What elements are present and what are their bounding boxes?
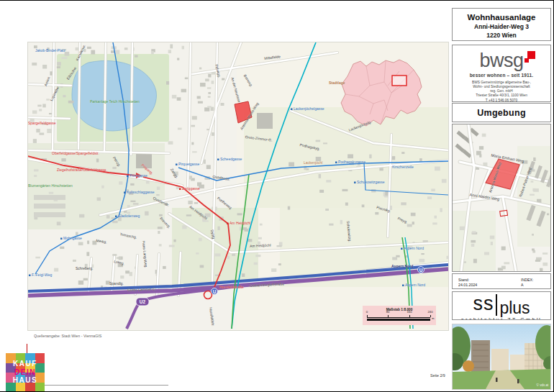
- project-title: Wohnhausanlage: [453, 13, 550, 22]
- index-value: A: [521, 282, 534, 287]
- index-label: INDEX:: [521, 277, 534, 282]
- titleblock-architect: ss plus architektur ZT GmbH: [452, 291, 551, 320]
- map-source-note: Quellenangabe: Stadt Wien - ViennaGIS: [34, 334, 101, 338]
- rendering-thumbnail: © vdx.at: [452, 324, 551, 390]
- stand-cell: Stand: 24.01.2024: [458, 277, 477, 287]
- detail-map: Maria-Emhart-WegAntonia-Weiss-WegRobert-…: [452, 124, 551, 272]
- project-city: 1220 Wien: [453, 32, 550, 39]
- logo-wordmark: KAUFDEINHAUS: [6, 353, 45, 392]
- scale-tick-label: 240: [427, 310, 434, 314]
- detail-map-canvas: [453, 124, 550, 271]
- autumn-tree: [463, 360, 474, 372]
- scale-unit: m: [432, 316, 435, 320]
- stand-value: 24.01.2024: [458, 282, 477, 287]
- ssplus-divider: [496, 294, 497, 316]
- scale-tick: [430, 315, 431, 317]
- plan-sheet: U U U2 Jakob-Bindel-PlatzMittelfeldePelw…: [0, 0, 554, 392]
- project-address: Anni-Haider-Weg 3: [453, 23, 550, 30]
- ssplus-logo: ss plus: [453, 294, 550, 316]
- scale-tick: [409, 315, 410, 317]
- ssplus-right: plus: [499, 300, 530, 316]
- index-cell: INDEX: A: [521, 277, 534, 287]
- main-map: U U U2 Jakob-Bindel-PlatzMittelfeldePelw…: [27, 42, 449, 331]
- scale-thick-bar: [367, 319, 430, 321]
- bwsg-square-small-icon: [525, 58, 529, 63]
- page-number: Seite 2/9: [430, 373, 445, 378]
- rendering-credit: © vdx.at: [536, 383, 548, 387]
- svg-text:U2: U2: [140, 299, 146, 304]
- scale-tick-label: 0: [363, 310, 371, 314]
- stand-label: Stand:: [458, 277, 477, 282]
- titleblock-bwsg: bwsg besser wohnen – seit 1911. BWS Geme…: [452, 45, 551, 102]
- bwsg-wordmark: bwsg: [479, 50, 523, 71]
- scale-tick-label: 80: [384, 310, 391, 314]
- rendering-canvas: [453, 324, 550, 389]
- logo-crop-mark-horizontal: [45, 385, 168, 386]
- bwsg-tagline: besser wohnen – seit 1911.: [453, 73, 550, 78]
- scale-bar: Maßstab 1:8.000 080160240 m: [363, 306, 436, 325]
- scale-title: Maßstab 1:8.000: [363, 307, 436, 311]
- bwsg-address: BWS Gemeinnützige allgemeine Bau-, Wohn-…: [453, 80, 550, 102]
- ssplus-left: ss: [473, 294, 494, 314]
- logo-wordmark-line: KAUF: [13, 360, 37, 368]
- scale-line: [367, 317, 430, 318]
- bwsg-logo: bwsg: [479, 51, 523, 70]
- logo-wordmark-line: HAUS: [13, 377, 37, 385]
- svg-text:U: U: [419, 268, 423, 273]
- sheet-name: Umgebung: [453, 108, 550, 118]
- scale-tick: [388, 315, 389, 317]
- map-canvas: U U U2: [28, 42, 448, 330]
- titleblock-sheet-name: Umgebung: [452, 103, 551, 122]
- logo-crop-mark-vertical: [27, 344, 27, 353]
- architect-subtitle: architektur ZT GmbH: [453, 317, 550, 320]
- scale-tick: [367, 315, 368, 317]
- svg-text:U: U: [213, 289, 217, 294]
- logo-wordmark-line: DEIN: [14, 369, 36, 377]
- kauf-dein-haus-logo: KAUFDEINHAUS: [6, 353, 45, 392]
- inset-location-marker: [392, 76, 407, 86]
- scale-tick-label: 160: [406, 310, 413, 314]
- titleblock-revision: Stand: 24.01.2024 INDEX: A: [452, 273, 551, 289]
- titleblock-project: Wohnhausanlage Anni-Haider-Weg 3 1220 Wi…: [452, 8, 551, 41]
- bwsg-address-line: T +43 1 546 06 5070: [453, 98, 550, 102]
